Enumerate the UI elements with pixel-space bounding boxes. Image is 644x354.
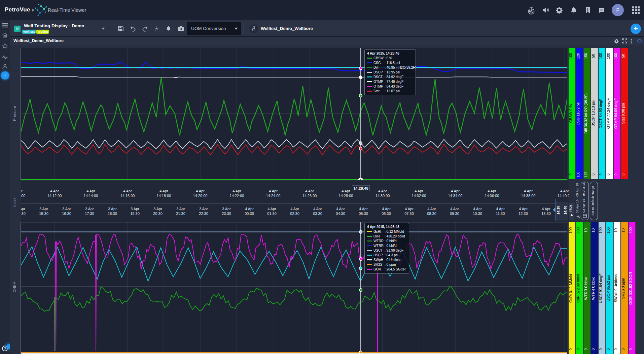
svg-text:USCP 65.52 psi: USCP 65.52 psi	[606, 275, 610, 301]
svg-text:100: 100	[599, 227, 603, 233]
svg-text:Stat 9.98 psi: Stat 9.98 psi	[621, 103, 625, 124]
svg-text:DSCP 13.13 psi: DSCP 13.13 psi	[591, 100, 595, 127]
svg-text:SWpH 0 Unitless: SWpH 0 Unitless	[614, 274, 618, 302]
svg-text:CBSW 0 %: CBSW 0 %	[569, 104, 573, 123]
svg-text:OTMP 84.09 degF: OTMP 84.09 degF	[614, 98, 618, 129]
svg-text:900: 900	[576, 227, 580, 233]
svg-text:Diff 36.32 inH2O (39.2F): Diff 36.32 inH2O (39.2F)	[584, 93, 588, 134]
svg-text:WTRR 0 bbl/d: WTRR 0 bbl/d	[591, 277, 595, 300]
svg-text:50: 50	[621, 54, 625, 58]
svg-text:0: 0	[621, 173, 625, 175]
svg-text:50: 50	[591, 54, 595, 58]
svg-text:CSG 116.2 psi: CSG 116.2 psi	[576, 102, 580, 126]
svg-text:14:40: 14:40	[564, 206, 567, 215]
svg-text:100: 100	[569, 227, 573, 233]
svg-text:Index: Index	[12, 197, 16, 206]
svg-text:0: 0	[569, 173, 573, 175]
svg-text:GOR 301.82 SGOR: GOR 301.82 SGOR	[629, 272, 633, 304]
svg-text:SH2S 0 ppm: SH2S 0 ppm	[621, 278, 625, 299]
svg-text:100: 100	[606, 53, 610, 59]
svg-text:Set to Default Range: Set to Default Range	[591, 186, 595, 216]
svg-text:100: 100	[569, 53, 573, 59]
svg-text:WTRR 0 bbl/d: WTRR 0 bbl/d	[584, 277, 588, 300]
svg-text:120: 120	[576, 53, 580, 59]
svg-text:0: 0	[576, 348, 580, 350]
svg-text:DSCT 84.93 degF: DSCT 84.93 degF	[599, 98, 603, 128]
svg-text:0: 0	[592, 348, 595, 350]
svg-text:0: 0	[621, 348, 625, 350]
svg-text:05 Apr 15 - 05 Apr 15: 05 Apr 15 - 05 Apr 15	[575, 183, 579, 213]
svg-text:0: 0	[592, 173, 595, 175]
svg-text:0: 0	[629, 348, 633, 350]
svg-text:100: 100	[576, 171, 580, 177]
svg-text:0: 0	[599, 348, 603, 350]
svg-text:OilR 372.89 bbl/d: OilR 372.89 bbl/d	[576, 274, 580, 303]
svg-text:100: 100	[606, 227, 610, 233]
svg-text:0: 0	[584, 348, 588, 350]
svg-text:150: 150	[584, 53, 588, 59]
svg-text:GTMP 77.24 degF: GTMP 77.24 degF	[606, 98, 610, 129]
svg-text:USCT 91.84 degF: USCT 91.84 degF	[599, 273, 603, 303]
svg-text:10: 10	[591, 228, 595, 232]
svg-text:03 Apr 15 - 04 Apr 15: 03 Apr 15 - 04 Apr 15	[582, 182, 585, 213]
svg-text:0: 0	[614, 348, 618, 350]
svg-text:0: 0	[599, 173, 603, 175]
svg-text:0: 0	[607, 173, 610, 175]
svg-text:0: 0	[614, 173, 618, 175]
svg-text:CHEM: CHEM	[12, 282, 16, 292]
svg-text:10: 10	[614, 228, 618, 232]
svg-text:100: 100	[614, 53, 618, 59]
svg-text:0: 0	[607, 348, 610, 350]
svg-text:400: 400	[629, 227, 633, 233]
svg-text:125: 125	[584, 171, 588, 177]
svg-text:14:10: 14:10	[557, 206, 560, 215]
svg-text:Pressure: Pressure	[12, 106, 16, 121]
svg-text:10: 10	[621, 228, 625, 232]
svg-text:100: 100	[599, 53, 603, 59]
svg-text:0: 0	[569, 348, 573, 350]
svg-text:10: 10	[584, 228, 588, 232]
svg-text:GsRt 0.11 MMcfd: GsRt 0.11 MMcfd	[569, 274, 573, 303]
svg-text:Hide: Hide	[569, 204, 572, 212]
